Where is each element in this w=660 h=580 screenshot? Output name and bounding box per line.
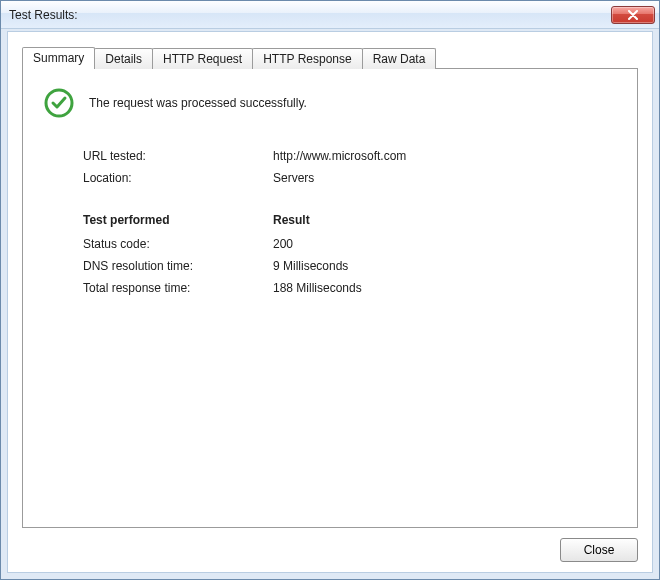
status-row: The request was processed successfully. [43, 87, 617, 119]
window-title: Test Results: [9, 8, 611, 22]
tab-summary[interactable]: Summary [22, 47, 95, 69]
row-headings: Test performed Result [83, 213, 617, 227]
dialog-window: Test Results: Summary Details HTTP Reque… [0, 0, 660, 580]
titlebar: Test Results: [1, 1, 659, 29]
location-value: Servers [273, 171, 314, 185]
tab-http-request[interactable]: HTTP Request [152, 48, 253, 69]
location-label: Location: [83, 171, 273, 185]
result-heading: Result [273, 213, 310, 227]
dns-time-label: DNS resolution time: [83, 259, 273, 273]
tab-http-response[interactable]: HTTP Response [252, 48, 362, 69]
row-location: Location: Servers [83, 171, 617, 185]
url-tested-label: URL tested: [83, 149, 273, 163]
tab-strip: Summary Details HTTP Request HTTP Respon… [22, 46, 638, 68]
close-button[interactable]: Close [560, 538, 638, 562]
row-url-tested: URL tested: http://www.microsoft.com [83, 149, 617, 163]
tab-panel-summary: The request was processed successfully. … [22, 68, 638, 528]
tab-raw-data[interactable]: Raw Data [362, 48, 437, 69]
test-performed-heading: Test performed [83, 213, 273, 227]
dialog-footer: Close [22, 528, 638, 562]
client-frame: Summary Details HTTP Request HTTP Respon… [1, 29, 659, 579]
tab-details[interactable]: Details [94, 48, 153, 69]
row-status-code: Status code: 200 [83, 237, 617, 251]
url-tested-value: http://www.microsoft.com [273, 149, 406, 163]
close-icon [627, 10, 639, 20]
row-total-time: Total response time: 188 Milliseconds [83, 281, 617, 295]
summary-details: URL tested: http://www.microsoft.com Loc… [83, 149, 617, 295]
dns-time-value: 9 Milliseconds [273, 259, 348, 273]
window-close-button[interactable] [611, 6, 655, 24]
row-dns-time: DNS resolution time: 9 Milliseconds [83, 259, 617, 273]
status-code-value: 200 [273, 237, 293, 251]
status-code-label: Status code: [83, 237, 273, 251]
total-time-label: Total response time: [83, 281, 273, 295]
total-time-value: 188 Milliseconds [273, 281, 362, 295]
client-inner: Summary Details HTTP Request HTTP Respon… [7, 31, 653, 573]
status-message: The request was processed successfully. [89, 96, 307, 110]
success-check-icon [43, 87, 75, 119]
